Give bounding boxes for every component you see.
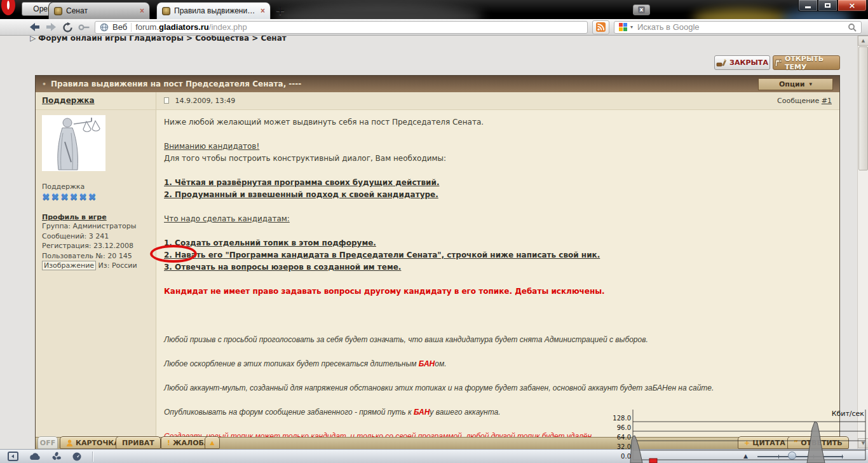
key-icon[interactable]: [78, 24, 90, 31]
member-number: Пользователь №: 20 145: [42, 251, 156, 261]
zoom-slider-handle[interactable]: [788, 452, 796, 460]
tab-senat[interactable]: Сенат ×: [48, 2, 150, 19]
maximize-icon: [825, 3, 831, 8]
zoom-slider[interactable]: ▲: [743, 450, 857, 463]
post-paragraph: Кандидат не имеет право задавать вопросы…: [164, 286, 839, 298]
topic-closed-button[interactable]: ЗАКРЫТА: [714, 55, 770, 70]
address-separator: [131, 23, 132, 32]
browser-window: Opera Сенат × Правила выдвижения ... × +…: [0, 0, 868, 463]
scroll-up-button[interactable]: ▲: [858, 36, 868, 46]
member-location: Изображение Из: России: [42, 261, 156, 271]
red-ellipse-annotation: [150, 245, 197, 263]
zoom-out-icon[interactable]: ▲: [743, 453, 748, 459]
unite-fan-icon[interactable]: [51, 452, 62, 462]
quote-button[interactable]: + ЦИТАТА: [738, 436, 792, 449]
member-rating-icons: ✖✖✖✖✖✖: [42, 191, 156, 203]
post-paragraph: 2. Навать его "Программа кандидата в Пре…: [164, 249, 839, 261]
author-cell: Поддержка: [36, 92, 156, 109]
post-header-row: Поддержка 14.9.2009, 13:49 Сообщение #1: [36, 92, 839, 110]
breadcrumb[interactable]: ▷Форум онлайн игры Гладиаторы > Сообщест…: [30, 36, 287, 44]
scrollbar-thumb[interactable]: [858, 46, 868, 170]
zoom-tick: [778, 455, 779, 459]
rss-button[interactable]: [592, 20, 609, 34]
member-posts: Сообщений: 3 241: [42, 232, 156, 242]
game-profile-link[interactable]: Профиль в игре: [42, 213, 156, 221]
post-paragraph: Любой аккаунт-мульт, созданный для напря…: [164, 382, 839, 394]
statusbar-separator: [92, 452, 93, 462]
message-number-link[interactable]: #1: [822, 97, 832, 105]
close-icon: ×: [849, 1, 856, 10]
window-controls: ×: [798, 0, 867, 11]
url-text[interactable]: forum.gladiators.ru/index.php: [135, 22, 247, 32]
cloud-icon[interactable]: [29, 452, 41, 460]
zoom-tick: [813, 455, 814, 459]
member-group: Группа: Администраторы: [42, 221, 156, 232]
wallpaper-glow-yellow: [693, 9, 788, 19]
open-topic-button[interactable]: ОТКРЫТЬ ТЕМУ: [773, 55, 840, 70]
exclamation-icon: !: [167, 439, 170, 447]
topic-title: Правила выдвижения на пост Председателя …: [51, 79, 301, 88]
new-tab-button[interactable]: +: [273, 3, 287, 17]
minimize-button[interactable]: [798, 0, 818, 11]
zoom-tick: [842, 455, 843, 459]
scroll-icon: [773, 58, 782, 67]
close-button[interactable]: ×: [837, 0, 867, 11]
tab-close-icon[interactable]: ×: [140, 6, 144, 15]
image-tooltip: Изображение: [42, 261, 96, 270]
forward-button[interactable]: [45, 22, 58, 32]
scroll-down-button[interactable]: ▼: [858, 438, 868, 448]
opera-logo-icon: [1, 0, 15, 15]
options-button[interactable]: Опции ▾: [758, 78, 833, 90]
post-paragraph: Опубликовывать на форум сообщение забане…: [164, 406, 839, 418]
google-icon: [619, 23, 627, 31]
panel-toggle-icon[interactable]: [8, 452, 18, 461]
topic-title-bar: • Правила выдвижения на пост Председател…: [36, 76, 839, 92]
post-paragraph: Вниманию кандидатов!: [164, 141, 839, 153]
search-engine-caret-icon[interactable]: ▾: [630, 24, 633, 30]
search-magnifier-icon[interactable]: [848, 23, 857, 32]
topic-bullet-icon: •: [42, 80, 46, 88]
post-body-row: Поддержка ✖✖✖✖✖✖ Профиль в игре Группа: …: [36, 110, 839, 437]
person-icon: [66, 439, 73, 446]
tab-favicon-icon: [54, 7, 62, 15]
post-paragraph: 2. Продуманный и взвешенный подход к сво…: [164, 189, 839, 201]
post-paragraph: Ниже любой желающий может выдвинуть себя…: [164, 116, 839, 128]
reload-button[interactable]: [62, 22, 73, 32]
titlebar-glow: [273, 4, 483, 19]
turbo-speedometer-icon[interactable]: [72, 452, 82, 462]
closed-tabs-trash-button[interactable]: x: [633, 4, 650, 15]
tab-close-icon[interactable]: ×: [261, 6, 265, 15]
avatar: [42, 115, 105, 171]
trash-icon: x: [638, 6, 645, 13]
closed-topic-icon: [716, 59, 726, 67]
quote-mark-icon: ”: [794, 439, 798, 447]
maximize-button[interactable]: [818, 0, 837, 11]
member-registered: Регистрация: 23.12.2008: [42, 241, 156, 251]
message-number: Сообщение #1: [777, 97, 832, 105]
search-input[interactable]: [636, 22, 844, 32]
post-meta-cell: 14.9.2009, 13:49 Сообщение #1: [156, 92, 839, 109]
address-mode-badge[interactable]: Веб: [112, 22, 127, 32]
scroll-top-button[interactable]: ▲: [205, 436, 220, 449]
plus-icon: +: [744, 439, 750, 447]
post-actions-bar: OFF КАРТОЧКА ПРИВАТ ! ЖАЛОБА ▲ + ЦИТАТА: [36, 437, 839, 449]
reply-button[interactable]: ” ОТВЕТИТЬ: [787, 436, 849, 449]
search-field[interactable]: ▾: [614, 21, 862, 34]
author-sidebar: Поддержка ✖✖✖✖✖✖ Профиль в игре Группа: …: [36, 110, 156, 437]
options-caret-icon: ▾: [810, 81, 813, 87]
address-bar[interactable]: Веб forum.gladiators.ru/index.php: [95, 21, 588, 34]
up-arrow-icon: ▲: [210, 439, 215, 446]
post-paragraph: Любое оскорбление в этих топиках будет п…: [164, 358, 839, 370]
topic-table: • Правила выдвижения на пост Председател…: [35, 75, 840, 449]
author-link[interactable]: Поддержка: [42, 96, 95, 105]
tab-label: Сенат: [66, 6, 136, 15]
post-content: Ниже любой желающий может выдвинуть себя…: [156, 110, 839, 437]
tab-favicon-icon: [162, 7, 170, 15]
off-toggle[interactable]: OFF: [37, 436, 58, 449]
tab-label: Правила выдвижения ...: [174, 6, 257, 15]
back-button[interactable]: [28, 22, 41, 32]
vertical-scrollbar[interactable]: ▲ ▼: [857, 36, 868, 449]
zoom-slider-track[interactable]: [757, 456, 843, 457]
tab-pravila[interactable]: Правила выдвижения ... ×: [156, 2, 271, 19]
private-message-button[interactable]: ПРИВАТ: [116, 436, 161, 449]
